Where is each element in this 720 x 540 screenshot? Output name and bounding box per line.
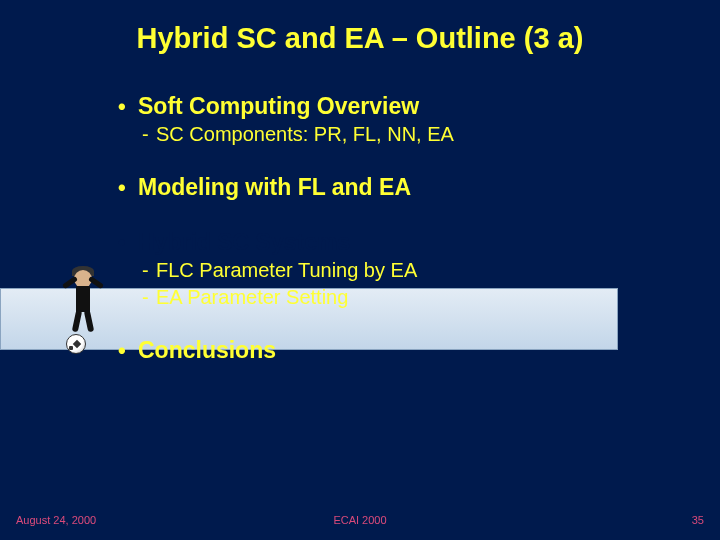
bullet-item: • Conclusions bbox=[118, 337, 680, 363]
sub-label: FLC Parameter Tuning by EA bbox=[156, 259, 417, 282]
bullet-label: Conclusions bbox=[138, 337, 276, 363]
footer-date: August 24, 2000 bbox=[16, 514, 96, 526]
bullet-dot-icon: • bbox=[118, 175, 138, 200]
dash-icon: - bbox=[142, 259, 156, 282]
bullet-dot-icon: • bbox=[118, 230, 138, 255]
bullet-item: • Soft Computing Overview bbox=[118, 93, 680, 119]
sub-item: - FLC Parameter Tuning by EA bbox=[118, 259, 680, 282]
slide-footer: August 24, 2000 ECAI 2000 35 bbox=[0, 514, 720, 526]
bullet-item: • Modeling with FL and EA bbox=[118, 174, 680, 200]
bullet-item-highlighted: • Hybrid SC Systems bbox=[118, 229, 680, 255]
bullet-dot-icon: • bbox=[118, 94, 138, 119]
referee-cartoon-icon bbox=[52, 270, 112, 356]
dash-icon: - bbox=[142, 286, 156, 309]
sub-item: - SC Components: PR, FL, NN, EA bbox=[118, 123, 680, 146]
sub-label: SC Components: PR, FL, NN, EA bbox=[156, 123, 454, 146]
slide: Hybrid SC and EA – Outline (3 a) • Soft … bbox=[0, 0, 720, 540]
dash-icon: - bbox=[142, 123, 156, 146]
bullet-label: Hybrid SC Systems bbox=[138, 229, 350, 255]
bullet-label: Modeling with FL and EA bbox=[138, 174, 411, 200]
sub-label: EA Parameter Setting bbox=[156, 286, 348, 309]
slide-title: Hybrid SC and EA – Outline (3 a) bbox=[0, 0, 720, 65]
footer-page: 35 bbox=[692, 514, 704, 526]
bullet-dot-icon: • bbox=[118, 338, 138, 363]
footer-venue: ECAI 2000 bbox=[0, 514, 720, 526]
sub-item: - EA Parameter Setting bbox=[118, 286, 680, 309]
bullet-label: Soft Computing Overview bbox=[138, 93, 419, 119]
